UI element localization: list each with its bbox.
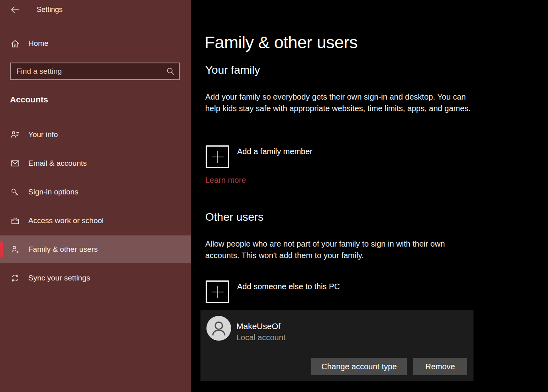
window-title: Settings [37, 6, 63, 14]
person-plus-icon [10, 245, 20, 254]
sidebar-item-your-info[interactable]: Your info [0, 121, 191, 149]
learn-more-link[interactable]: Learn more [205, 176, 246, 185]
add-someone-else-button[interactable]: Add someone else to this PC [206, 280, 340, 303]
sidebar-item-label: Home [28, 39, 49, 48]
back-arrow-icon [10, 5, 20, 15]
change-account-type-button[interactable]: Change account type [311, 358, 407, 375]
search-box [10, 63, 180, 80]
main-content: Family & other users Your family Add you… [191, 0, 548, 392]
person-card-icon [10, 130, 20, 139]
briefcase-icon [10, 216, 20, 225]
sidebar-item-access-work-school[interactable]: Access work or school [0, 207, 191, 235]
home-icon [10, 39, 20, 49]
add-family-member-button[interactable]: Add a family member [206, 145, 312, 168]
sidebar-item-label: Sign-in options [28, 178, 79, 206]
sidebar-item-family-other-users[interactable]: Family & other users [0, 235, 191, 263]
search-icon[interactable] [166, 67, 175, 76]
your-family-heading: Your family [205, 64, 260, 76]
other-users-heading: Other users [205, 211, 263, 223]
other-users-description: Allow people who are not part of your fa… [205, 238, 466, 261]
sidebar: Settings Home Accounts [0, 0, 191, 392]
key-icon [10, 187, 20, 197]
sidebar-item-email-accounts[interactable]: Email & accounts [0, 149, 191, 177]
sidebar-item-label: Access work or school [28, 207, 104, 235]
page-title: Family & other users [204, 33, 357, 52]
remove-account-button[interactable]: Remove [413, 358, 467, 375]
sidebar-section-heading: Accounts [10, 95, 48, 104]
account-type: Local account [236, 333, 285, 342]
sidebar-item-label: Family & other users [28, 235, 98, 263]
avatar [206, 316, 231, 341]
sync-icon [10, 273, 20, 283]
plus-icon [206, 145, 229, 168]
sidebar-item-home[interactable]: Home [0, 35, 191, 53]
add-someone-else-label: Add someone else to this PC [237, 280, 340, 303]
sidebar-item-sign-in-options[interactable]: Sign-in options [0, 178, 191, 206]
user-account-card[interactable]: MakeUseOf Local account Change account t… [200, 310, 473, 381]
plus-icon [206, 280, 229, 303]
settings-window: Settings Home Accounts [0, 0, 548, 392]
account-name: MakeUseOf [236, 321, 281, 331]
back-button[interactable] [10, 5, 20, 15]
sidebar-item-label: Sync your settings [28, 264, 90, 292]
your-family-description: Add your family so everybody gets their … [205, 91, 471, 114]
sidebar-item-sync-settings[interactable]: Sync your settings [0, 264, 191, 292]
sidebar-item-label: Your info [28, 121, 58, 149]
add-family-member-label: Add a family member [237, 145, 312, 168]
sidebar-item-label: Email & accounts [28, 149, 87, 177]
envelope-icon [10, 159, 20, 168]
person-icon [206, 316, 231, 341]
account-actions: Change account type Remove [311, 358, 467, 375]
